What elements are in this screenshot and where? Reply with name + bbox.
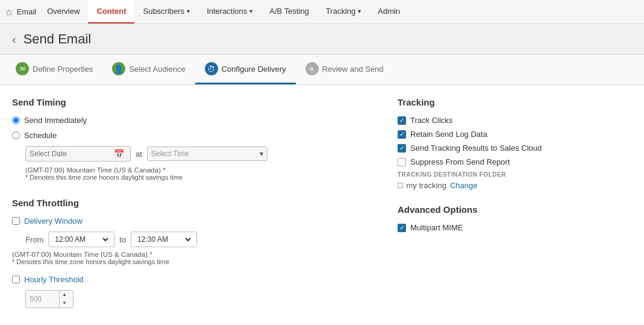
send-immediately-radio[interactable] xyxy=(12,116,20,124)
stepper-down[interactable]: ▼ xyxy=(60,299,69,308)
right-panel: Tracking Track Clicks Retain Send Log Da… xyxy=(398,97,554,320)
send-timing-title: Send Timing xyxy=(12,97,374,107)
send-tracking-results-item[interactable]: Send Tracking Results to Sales Cloud xyxy=(398,144,554,153)
step-icon-review: ≡ xyxy=(305,62,319,75)
track-clicks-label: Track Clicks xyxy=(410,116,452,125)
throttling-timezone-note: (GMT-07:00) Mountain Time (US & Canada) … xyxy=(12,251,374,258)
tracking-folder-label: TRACKING DESTINATION FOLDER xyxy=(398,171,554,178)
nav-item-abtesting[interactable]: A/B Testing xyxy=(261,0,317,24)
retain-send-log-item[interactable]: Retain Send Log Data xyxy=(398,130,554,139)
nav-item-subscribers[interactable]: Subscribers ▾ xyxy=(134,0,198,24)
suppress-from-report-checkbox[interactable] xyxy=(398,158,406,166)
threshold-input-wrap[interactable]: ▲ ▼ xyxy=(25,290,73,308)
threshold-input[interactable] xyxy=(26,292,59,306)
tracking-section: Tracking Track Clicks Retain Send Log Da… xyxy=(398,97,554,190)
to-time-select[interactable]: 12:30 AM xyxy=(135,235,193,244)
time-select[interactable]: Select Time xyxy=(151,150,260,158)
from-time-dropdown[interactable]: 12:00 AM xyxy=(48,232,114,247)
multipart-mime-checkbox[interactable] xyxy=(398,224,406,232)
step-icon-delivery: ⏱ xyxy=(205,62,218,75)
change-link[interactable]: Change xyxy=(450,181,478,190)
suppress-from-report-label: Suppress From Send Report xyxy=(410,157,510,166)
multipart-mime-label: Multipart MIME xyxy=(410,223,463,232)
page-header: ‹ Send Email xyxy=(0,24,644,55)
hourly-threshold-label: Hourly Threshold xyxy=(24,275,84,284)
suppress-from-report-item[interactable]: Suppress From Send Report xyxy=(398,157,554,166)
hourly-threshold-section: Hourly Threshold ▲ ▼ xyxy=(12,275,374,308)
date-input-wrap[interactable]: 📅 xyxy=(25,146,131,162)
timezone-asterisk: * Denotes this time zone honors daylight… xyxy=(25,174,374,181)
throttling-timezone-asterisk: * Denotes this time zone honors daylight… xyxy=(12,258,374,265)
home-icon[interactable]: ⌂ xyxy=(6,7,12,17)
retain-send-log-checkbox[interactable] xyxy=(398,130,406,139)
stepper-up[interactable]: ▲ xyxy=(60,291,69,299)
hourly-threshold-checkbox[interactable] xyxy=(12,276,20,283)
calendar-icon[interactable]: 📅 xyxy=(114,149,124,159)
send-timing-section: Send Timing Send Immediately Schedule 📅 … xyxy=(12,97,374,181)
delivery-window-option[interactable]: Delivery Window xyxy=(12,216,374,226)
nav-items: Overview Content Subscribers ▾ Interacti… xyxy=(39,0,408,24)
nav-item-interactions[interactable]: Interactions ▾ xyxy=(198,0,261,24)
tracking-caret: ▾ xyxy=(358,8,361,14)
time-dropdown-icon: ▾ xyxy=(260,150,263,158)
threshold-stepper[interactable]: ▲ ▼ xyxy=(59,291,69,308)
nav-item-admin[interactable]: Admin xyxy=(369,0,408,24)
send-throttling-title: Send Throttling xyxy=(12,198,374,208)
to-time-dropdown[interactable]: 12:30 AM xyxy=(131,232,197,247)
schedule-option[interactable]: Schedule xyxy=(12,131,374,140)
schedule-row: 📅 at Select Time ▾ xyxy=(25,146,374,162)
send-tracking-results-label: Send Tracking Results to Sales Cloud xyxy=(410,144,542,153)
send-throttling-section: Send Throttling Delivery Window From 12:… xyxy=(12,198,374,308)
step-select-audience[interactable]: 👤 Select Audience xyxy=(102,55,195,84)
schedule-label: Schedule xyxy=(24,131,57,140)
back-button[interactable]: ‹ xyxy=(12,33,16,46)
nav-item-tracking[interactable]: Tracking ▾ xyxy=(317,0,369,24)
subscribers-caret: ▾ xyxy=(187,8,190,14)
advanced-options-title: Advanced Options xyxy=(398,204,554,215)
main-content: Send Timing Send Immediately Schedule 📅 … xyxy=(0,85,644,325)
timezone-note: (GMT-07:00) Mountain Time (US & Canada) … xyxy=(25,166,374,174)
advanced-options-section: Advanced Options Multipart MIME xyxy=(398,204,554,232)
delivery-window-checkbox[interactable] xyxy=(12,217,20,225)
folder-icon: □ xyxy=(398,180,402,190)
step-configure-delivery[interactable]: ⏱ Configure Delivery xyxy=(195,55,296,84)
time-select-wrap[interactable]: Select Time ▾ xyxy=(147,147,267,161)
nav-item-overview[interactable]: Overview xyxy=(39,0,88,24)
from-label: From xyxy=(25,235,43,244)
nav-item-content[interactable]: Content xyxy=(88,0,134,24)
to-label: to xyxy=(119,235,126,244)
top-nav: ⌂ Email Overview Content Subscribers ▾ I… xyxy=(0,0,644,24)
step-label-review: Review and Send xyxy=(322,65,384,74)
track-clicks-item[interactable]: Track Clicks xyxy=(398,116,554,125)
tracking-folder-row: □ my tracking Change xyxy=(398,180,554,190)
send-tracking-results-checkbox[interactable] xyxy=(398,144,406,153)
track-clicks-checkbox[interactable] xyxy=(398,116,406,125)
step-label-delivery: Configure Delivery xyxy=(222,65,286,74)
email-label[interactable]: Email xyxy=(17,7,37,16)
step-review-and-send[interactable]: ≡ Review and Send xyxy=(296,55,393,84)
step-define-properties[interactable]: ✉ Define Properties xyxy=(6,55,102,84)
step-icon-audience: 👤 xyxy=(112,62,125,75)
at-label: at xyxy=(136,150,142,159)
from-time-select[interactable]: 12:00 AM xyxy=(52,235,110,244)
schedule-radio[interactable] xyxy=(12,131,20,139)
interactions-caret: ▾ xyxy=(249,8,252,14)
delivery-window-label: Delivery Window xyxy=(24,216,83,226)
step-label-define: Define Properties xyxy=(33,65,93,74)
step-label-audience: Select Audience xyxy=(129,65,185,74)
tracking-title: Tracking xyxy=(398,97,554,107)
delivery-window-row: From 12:00 AM to 12:30 AM xyxy=(25,232,374,247)
hourly-threshold-option[interactable]: Hourly Threshold xyxy=(12,275,374,284)
left-panel: Send Timing Send Immediately Schedule 📅 … xyxy=(12,97,374,320)
send-immediately-label: Send Immediately xyxy=(24,116,87,125)
steps-bar: ✉ Define Properties 👤 Select Audience ⏱ … xyxy=(0,55,644,85)
send-immediately-option[interactable]: Send Immediately xyxy=(12,116,374,125)
date-input[interactable] xyxy=(30,150,114,158)
step-icon-define: ✉ xyxy=(16,62,29,75)
page-title: Send Email xyxy=(23,31,92,47)
multipart-mime-item[interactable]: Multipart MIME xyxy=(398,223,554,232)
folder-name: my tracking xyxy=(406,181,446,190)
retain-send-log-label: Retain Send Log Data xyxy=(410,130,487,139)
